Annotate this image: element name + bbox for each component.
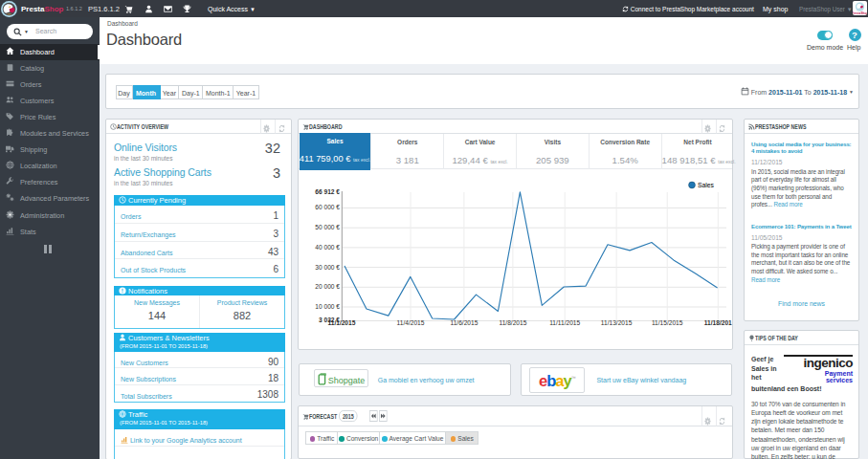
svg-text:11/4/2015: 11/4/2015 xyxy=(396,318,424,325)
svg-text:11/1/2015: 11/1/2015 xyxy=(327,318,355,325)
svg-text:50 000 €: 50 000 € xyxy=(315,224,340,230)
svg-text:PrestaShop: PrestaShop xyxy=(853,11,867,15)
svg-text:11/11/2015: 11/11/2015 xyxy=(549,318,580,325)
svg-text:Sales: Sales xyxy=(698,182,715,188)
svg-text:40 000 €: 40 000 € xyxy=(315,244,340,251)
svg-text:11/18/201: 11/18/201 xyxy=(703,318,731,325)
svg-text:10 000 €: 10 000 € xyxy=(315,303,340,310)
svg-text:30 000 €: 30 000 € xyxy=(315,264,340,271)
svg-text:11/13/2015: 11/13/2015 xyxy=(601,318,633,325)
svg-text:11/15/2015: 11/15/2015 xyxy=(652,318,683,325)
svg-text:11/6/2015: 11/6/2015 xyxy=(450,318,478,325)
svg-text:60 000 €: 60 000 € xyxy=(315,204,340,210)
svg-text:11/8/2015: 11/8/2015 xyxy=(499,318,526,325)
svg-text:66 912 €: 66 912 € xyxy=(315,188,340,195)
svg-text:20 000 €: 20 000 € xyxy=(315,283,340,290)
